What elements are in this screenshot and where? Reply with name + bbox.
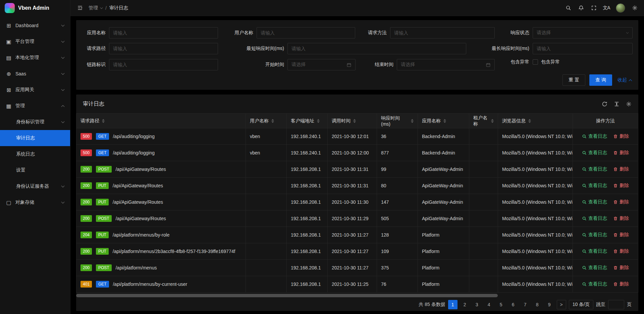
page-button-8[interactable]: 8 bbox=[533, 300, 542, 309]
page-button-5[interactable]: 5 bbox=[496, 300, 506, 309]
filter-label: 用户名称 bbox=[220, 30, 253, 36]
trash-icon bbox=[613, 282, 618, 287]
request-path-input[interactable] bbox=[109, 43, 218, 54]
cell-actions: 查看日志 删除 bbox=[573, 243, 638, 260]
view-log-link[interactable]: 查看日志 bbox=[582, 232, 607, 238]
column-header-actions: 操作方法 bbox=[573, 114, 638, 128]
sidebar-item-platform[interactable]: ▣ 平台管理 bbox=[0, 34, 70, 50]
column-header-response-time[interactable]: 响应时间(ms) bbox=[377, 114, 418, 128]
horizontal-scrollbar[interactable] bbox=[76, 294, 498, 297]
sort-caret-icon[interactable] bbox=[271, 119, 274, 123]
column-header-user-name[interactable]: 用户名称 bbox=[246, 114, 287, 128]
query-button[interactable]: 查 询 bbox=[589, 74, 612, 86]
delete-link[interactable]: 删除 bbox=[613, 248, 629, 254]
view-log-link[interactable]: 查看日志 bbox=[582, 215, 607, 222]
delete-link[interactable]: 删除 bbox=[613, 215, 629, 222]
view-log-link[interactable]: 查看日志 bbox=[582, 150, 607, 156]
status-badge: 200 bbox=[80, 264, 92, 271]
delete-link[interactable]: 删除 bbox=[613, 281, 629, 287]
column-header-app-name[interactable]: 应用名称 bbox=[418, 114, 469, 128]
column-height-button[interactable] bbox=[613, 101, 620, 107]
column-header-call-time[interactable]: 调用时间 bbox=[328, 114, 377, 128]
column-header-browser-info[interactable]: 浏览器信息 bbox=[498, 114, 573, 128]
breadcrumb-section[interactable]: 管理 bbox=[89, 5, 103, 11]
delete-link[interactable]: 删除 bbox=[613, 183, 629, 189]
sidebar-subitem-system-log[interactable]: 系统日志 bbox=[0, 146, 70, 162]
page-button-1[interactable]: 1 bbox=[448, 300, 458, 309]
sidebar-item-dashboard[interactable]: ⊞ Dashboard bbox=[0, 17, 70, 34]
sort-caret-icon[interactable] bbox=[528, 119, 531, 123]
column-header-request-path[interactable]: 请求路径 bbox=[76, 114, 246, 128]
sort-caret-icon[interactable] bbox=[491, 119, 494, 123]
cell-actions: 查看日志 删除 bbox=[573, 227, 638, 243]
view-log-link[interactable]: 查看日志 bbox=[582, 265, 607, 271]
app-name-input[interactable] bbox=[109, 27, 218, 39]
view-log-link[interactable]: 查看日志 bbox=[582, 199, 607, 205]
exception-checkbox[interactable] bbox=[533, 59, 538, 65]
delete-link[interactable]: 删除 bbox=[613, 199, 629, 205]
cell-call-time: 2021-10-30 12:01 bbox=[328, 128, 377, 145]
collapse-button[interactable]: 收起 bbox=[618, 77, 632, 83]
view-log-link[interactable]: 查看日志 bbox=[582, 166, 607, 172]
cell-browser-info: Mozilla/5.0 (Windows NT 10.0; Win bbox=[498, 128, 573, 145]
response-status-select[interactable]: 请选择 bbox=[533, 27, 633, 39]
status-badge: 200 bbox=[80, 248, 92, 255]
cell-client-address: 192.168.208.1 bbox=[287, 161, 328, 178]
end-time-picker[interactable]: 请选择 bbox=[397, 59, 495, 70]
avatar[interactable] bbox=[616, 3, 625, 13]
sidebar-subitem-settings[interactable]: 设置 bbox=[0, 162, 70, 178]
delete-link[interactable]: 删除 bbox=[613, 232, 629, 238]
sidebar-item-saas[interactable]: ⊕ Saas bbox=[0, 66, 70, 82]
page-button-4[interactable]: 4 bbox=[484, 300, 494, 309]
fullscreen-button[interactable] bbox=[588, 2, 600, 14]
cell-browser-info: Mozilla/5.0 (Windows NT 10.0; Win bbox=[498, 194, 573, 210]
view-log-link[interactable]: 查看日志 bbox=[582, 133, 607, 139]
sidebar-subitem-auth-server[interactable]: 身份认证服务器 bbox=[0, 178, 70, 194]
sidebar-subitem-identity-management[interactable]: 身份标识管理 bbox=[0, 114, 70, 130]
sort-caret-icon[interactable] bbox=[443, 119, 446, 123]
table-settings-button[interactable] bbox=[626, 101, 632, 107]
page-button-7[interactable]: 7 bbox=[521, 300, 530, 309]
max-response-time-input[interactable] bbox=[533, 43, 633, 54]
cell-app-name: Platform bbox=[418, 243, 469, 260]
sort-caret-icon[interactable] bbox=[102, 119, 105, 123]
logo[interactable]: Vben Admin bbox=[0, 0, 70, 16]
sidebar-item-object-storage[interactable]: ▢ 对象存储 bbox=[0, 194, 70, 210]
language-button[interactable]: 文A bbox=[600, 2, 612, 14]
sort-caret-icon[interactable] bbox=[411, 119, 414, 123]
view-log-link[interactable]: 查看日志 bbox=[582, 248, 607, 254]
delete-link[interactable]: 删除 bbox=[613, 166, 629, 172]
column-header-tenant-name[interactable]: 租户名称 bbox=[469, 114, 498, 128]
page-button-2[interactable]: 2 bbox=[460, 300, 470, 309]
next-page-button[interactable]: > bbox=[557, 300, 566, 309]
start-time-picker[interactable]: 请选择 bbox=[287, 59, 356, 70]
page-button-6[interactable]: 6 bbox=[508, 300, 518, 309]
trace-id-input[interactable] bbox=[109, 59, 218, 70]
sidebar-toggle-button[interactable] bbox=[74, 2, 86, 14]
sort-caret-icon[interactable] bbox=[317, 119, 320, 123]
http-method-input[interactable] bbox=[390, 27, 495, 39]
jump-input[interactable] bbox=[608, 300, 624, 309]
view-log-link[interactable]: 查看日志 bbox=[582, 183, 607, 189]
page-button-9[interactable]: 9 bbox=[545, 300, 554, 309]
sidebar-item-localization[interactable]: ▤ 本地化管理 bbox=[0, 50, 70, 66]
view-log-link[interactable]: 查看日志 bbox=[582, 281, 607, 287]
sort-caret-icon[interactable] bbox=[353, 119, 356, 123]
table-row: 200 PUT /api/platform/menus/2b3accf8-4fb… bbox=[76, 243, 638, 260]
sidebar-subitem-audit-log[interactable]: 审计日志 bbox=[0, 130, 70, 146]
search-button[interactable] bbox=[562, 2, 574, 14]
delete-link[interactable]: 删除 bbox=[613, 133, 629, 139]
column-header-client-address[interactable]: 客户端地址 bbox=[287, 114, 328, 128]
min-response-time-input[interactable] bbox=[287, 43, 466, 54]
user-name-input[interactable] bbox=[257, 27, 355, 39]
reset-button[interactable]: 重 置 bbox=[562, 74, 585, 86]
page-size-select[interactable]: 10 条/页 bbox=[569, 300, 593, 309]
page-button-3[interactable]: 3 bbox=[472, 300, 482, 309]
delete-link[interactable]: 删除 bbox=[613, 150, 629, 156]
refresh-button[interactable] bbox=[601, 101, 607, 107]
settings-button[interactable] bbox=[629, 2, 641, 14]
notification-button[interactable] bbox=[575, 2, 587, 14]
sidebar-item-gateway[interactable]: ⊠ 应用网关 bbox=[0, 82, 70, 98]
sidebar-item-management[interactable]: ▦ 管理 bbox=[0, 98, 70, 114]
delete-link[interactable]: 删除 bbox=[613, 265, 629, 271]
